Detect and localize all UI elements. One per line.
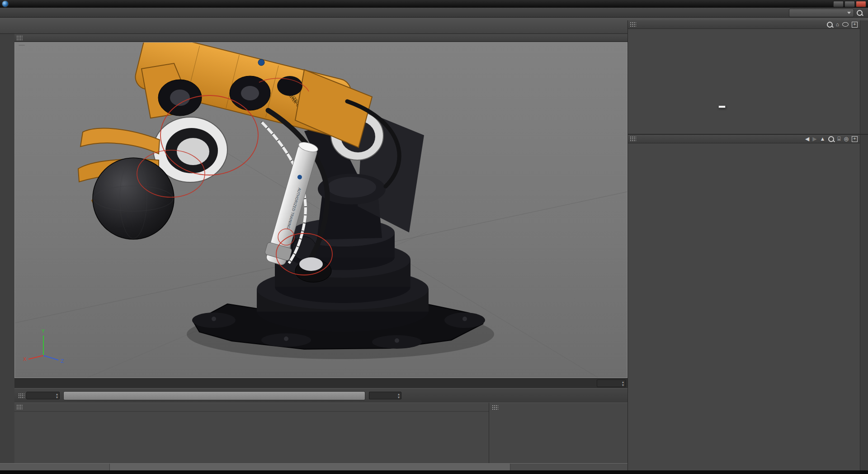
viewport-camera-label[interactable] [19,45,25,46]
object-manager-side-tabs [860,20,868,134]
filter-eye-icon[interactable] [842,22,849,27]
panel-grip[interactable] [492,405,498,410]
transport-bar: ▴▾ ▴▾ [14,388,627,403]
parent-object-icon[interactable]: ▲ [820,136,825,142]
app-logo-icon [2,0,9,7]
side-toolbar [0,34,15,464]
status-azimuth [0,464,110,471]
lock-icon[interactable]: ⌸ [837,136,840,142]
robot-arm-scene: AUTHORIZED TRAINING CENTER © [15,43,627,378]
viewport-canvas[interactable]: AUTHORIZED TRAINING CENTER © [14,42,627,378]
panel-grip[interactable] [16,404,23,410]
panel-grip[interactable] [630,136,636,142]
timeline-ruler[interactable]: ▴▾ [14,378,627,388]
maximize-button[interactable] [844,1,855,7]
attribute-manager-menu: ◀ ▶ ▲ ⌸ ◎ + [628,135,868,143]
tooltip [718,105,726,108]
viewport-view-controls [614,34,625,42]
axis-x-label: X [23,356,27,362]
status-bar [0,463,627,471]
chevron-down-icon [847,12,851,14]
preview-range-slider[interactable] [63,391,365,400]
panel-grip[interactable] [630,22,636,27]
panel-grip[interactable] [16,35,23,41]
axis-z-label: Z [61,358,64,364]
add-panel-icon[interactable]: + [852,136,858,142]
status-empty [510,464,627,471]
search-icon[interactable] [827,22,833,28]
main-menu-bar [0,8,868,18]
right-panel: ⌂ + ◀ ▶ ▲ ⌸ ◎ + [627,20,868,470]
axis-gizmo: Y X Z [23,327,64,364]
track-icon[interactable]: ◎ [844,136,849,142]
panel-grip[interactable] [18,393,24,398]
range-start-field[interactable]: ▴▾ [26,392,60,399]
minimize-button[interactable] [833,1,844,7]
status-message [110,464,510,471]
attribute-manager-side-tabs [860,135,868,471]
current-frame-field[interactable]: ▴▾ [597,379,626,387]
search-icon[interactable] [857,10,863,16]
add-panel-icon[interactable]: + [852,22,858,28]
object-manager: ⌂ + [628,20,868,134]
range-end-field[interactable]: ▴▾ [369,392,401,399]
viewport-menu-bar [14,34,627,42]
coordinates-panel [489,403,627,463]
material-manager [14,403,489,463]
history-back-icon[interactable]: ◀ [805,136,809,142]
title-bar [0,0,868,8]
search-icon[interactable] [828,136,834,142]
path-up-icon[interactable]: ⌂ [836,21,839,28]
close-button[interactable] [856,1,866,7]
axis-y-label: Y [41,328,45,334]
layout-selector [786,9,863,17]
history-forward-icon[interactable]: ▶ [812,136,816,142]
windows-taskbar[interactable] [0,470,868,474]
attribute-manager: ◀ ▶ ▲ ⌸ ◎ + [628,134,868,471]
layout-dropdown[interactable] [789,9,854,17]
object-manager-menu: ⌂ + [628,20,868,29]
